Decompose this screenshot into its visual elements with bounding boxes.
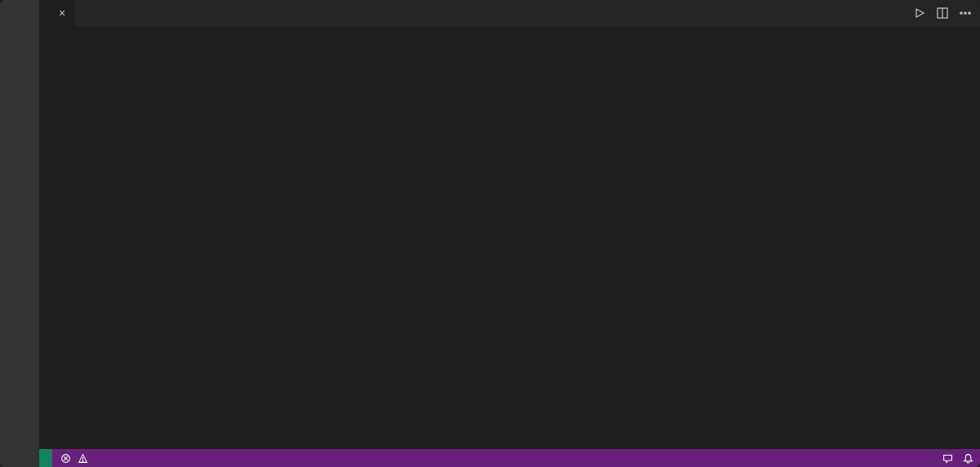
status-problems[interactable]	[60, 453, 91, 464]
svg-point-5	[969, 12, 970, 14]
activity-bar	[0, 0, 39, 467]
svg-point-4	[964, 12, 966, 14]
svg-point-10	[82, 460, 83, 461]
close-icon[interactable]: ×	[57, 7, 67, 20]
remote-button[interactable]	[39, 449, 52, 467]
status-bell-icon[interactable]	[963, 453, 973, 464]
code-editor[interactable]	[39, 44, 980, 449]
gutter	[39, 44, 78, 449]
svg-point-3	[960, 12, 962, 14]
tab-make-accessible[interactable]: ×	[39, 0, 76, 26]
split-editor-icon[interactable]	[936, 7, 949, 20]
status-feedback-icon[interactable]	[942, 453, 953, 464]
code-content[interactable]	[78, 44, 980, 449]
editor-tabs: ×	[39, 0, 980, 26]
more-icon[interactable]	[959, 7, 972, 20]
run-icon[interactable]	[913, 7, 926, 20]
svg-marker-0	[916, 9, 924, 17]
status-bar	[39, 449, 980, 467]
minimap[interactable]	[933, 44, 980, 449]
breadcrumb[interactable]	[39, 26, 980, 44]
